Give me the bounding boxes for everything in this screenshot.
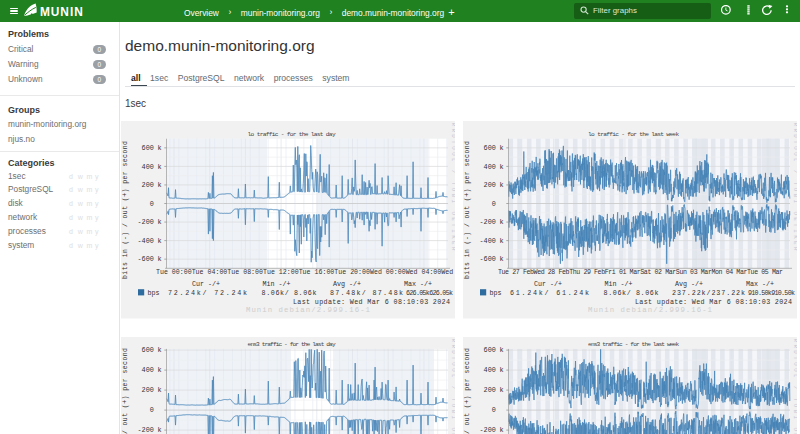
svg-text:RRDTOOL / TOBI OETIKER: RRDTOOL / TOBI OETIKER [792,123,797,252]
svg-text:k: k [158,426,162,434]
svg-text:ens3 traffic - for the last we: ens3 traffic - for the last week [588,340,679,347]
svg-text:RRDTOOL / TOBI OETIKER: RRDTOOL / TOBI OETIKER [450,123,455,252]
svg-text:Tue 00:00Tue 04:00Tue 08:00Tue: Tue 00:00Tue 04:00Tue 08:00Tue 12:00Tue … [156,269,455,276]
svg-text:72.24k/ 72.24k: 72.24k/ 72.24k [168,289,247,297]
svg-text:Max -/+: Max -/+ [404,280,432,288]
svg-text:200: 200 [483,181,495,189]
svg-text:400: 400 [142,163,154,171]
svg-text:8.06k/ 8.06k: 8.06k/ 8.06k [262,289,317,297]
svg-text:0: 0 [150,406,154,414]
svg-text:bits in (-) / out (+) per seco: bits in (-) / out (+) per second [463,141,470,279]
svg-text:626.05k626.05k: 626.05k626.05k [406,289,453,297]
svg-text:Last update: Wed Mar 6 08:10:: Last update: Wed Mar 6 08:10:03 2024 [293,298,450,306]
svg-text:k: k [499,218,503,226]
svg-text:k: k [158,346,162,354]
svg-text:bits in (-) / out (+) per seco: bits in (-) / out (+) per second [463,347,470,434]
svg-text:lo traffic - for the last week: lo traffic - for the last week [588,131,679,138]
svg-text:k: k [158,144,162,152]
svg-text:600: 600 [142,346,154,354]
svg-text:200: 200 [483,386,495,394]
svg-text:0: 0 [491,200,495,208]
svg-text:Munin debian/2.999.16-1: Munin debian/2.999.16-1 [588,306,713,314]
svg-text:k: k [499,366,503,374]
svg-text:8.06k/ 8.06k: 8.06k/ 8.06k [603,289,658,297]
svg-text:600: 600 [483,144,495,152]
svg-text:-200: -200 [137,218,153,226]
svg-text:-400: -400 [479,237,495,245]
svg-text:k: k [158,237,162,245]
svg-text:ens3 traffic - for the last da: ens3 traffic - for the last day [248,340,336,347]
svg-text:Avg -/+: Avg -/+ [333,280,361,288]
svg-text:lo traffic - for the last day: lo traffic - for the last day [248,131,336,138]
svg-text:k: k [158,255,162,263]
svg-text:bits in (-) / out (+) per seco: bits in (-) / out (+) per second [122,347,129,434]
svg-text:Cur -/+: Cur -/+ [534,280,562,288]
svg-text:Last update: Wed Mar 6 08:10:: Last update: Wed Mar 6 08:10:03 2024 [635,298,792,306]
svg-text:-200: -200 [137,426,153,434]
svg-text:87.48k/ 87.48k: 87.48k/ 87.48k [330,289,403,297]
svg-text:-200: -200 [479,218,495,226]
svg-text:k: k [499,181,503,189]
svg-text:k: k [158,218,162,226]
svg-text:-200: -200 [479,426,495,434]
svg-text:237.22k/237.22k: 237.22k/237.22k [672,289,745,297]
svg-text:200: 200 [142,386,154,394]
svg-text:k: k [158,181,162,189]
svg-text:-600: -600 [137,255,153,263]
svg-text:k: k [499,144,503,152]
svg-text:k: k [499,237,503,245]
svg-text:Max -/+: Max -/+ [746,280,774,288]
svg-text:k: k [158,366,162,374]
svg-text:-600: -600 [479,255,495,263]
svg-text:Avg -/+: Avg -/+ [675,280,703,288]
svg-text:400: 400 [483,163,495,171]
svg-text:Munin debian/2.999.16-1: Munin debian/2.999.16-1 [246,306,371,314]
svg-text:0: 0 [491,406,495,414]
svg-text:Min -/+: Min -/+ [604,280,632,288]
svg-text:bps: bps [148,289,160,297]
svg-text:k: k [499,163,503,171]
svg-text:Tue 27 FebWed 28 FebThu 29 Feb: Tue 27 FebWed 28 FebThu 29 FebFri 01 Mar… [498,269,783,276]
svg-text:bps: bps [489,289,501,297]
svg-text:600: 600 [483,346,495,354]
svg-text:k: k [158,386,162,394]
svg-text:400: 400 [483,366,495,374]
svg-text:400: 400 [142,366,154,374]
svg-text:k: k [499,346,503,354]
svg-text:Cur -/+: Cur -/+ [192,280,220,288]
svg-text:Min -/+: Min -/+ [263,280,291,288]
svg-text:910.50k910.50k: 910.50k910.50k [748,289,795,297]
svg-text:k: k [499,255,503,263]
svg-text:-400: -400 [137,237,153,245]
svg-text:k: k [499,426,503,434]
svg-text:0: 0 [150,200,154,208]
svg-text:600: 600 [142,144,154,152]
svg-text:200: 200 [142,181,154,189]
svg-text:k: k [158,163,162,171]
svg-text:k: k [499,386,503,394]
svg-text:61.24k/ 61.24k: 61.24k/ 61.24k [510,289,589,297]
svg-text:bits in (-) / out (+) per seco: bits in (-) / out (+) per second [122,141,129,279]
